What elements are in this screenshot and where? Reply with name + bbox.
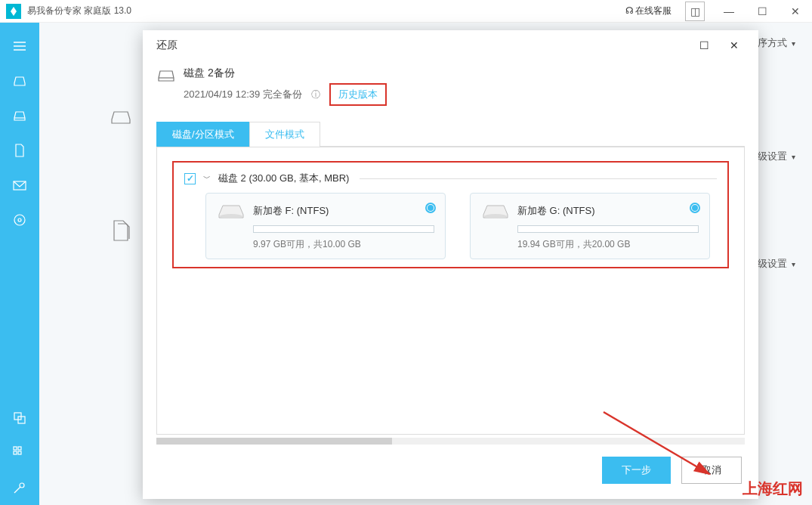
backup-info-text: 磁盘 2备份 2021/04/19 12:39 完全备份 ⓘ 历史版本 [184, 67, 387, 106]
dialog-maximize[interactable]: ☐ [689, 30, 719, 60]
sidebar-tools[interactable] [0, 435, 39, 470]
sidebar-settings[interactable] [0, 470, 39, 505]
sidebar-file-backup[interactable] [0, 133, 39, 168]
partition-f-head: 新加卷 F: (NTFS) [217, 201, 436, 221]
disk-group-label: 磁盘 2 (30.00 GB, 基本, MBR) [218, 172, 349, 185]
partition-g-radio[interactable] [690, 203, 700, 213]
history-versions-link[interactable]: 历史版本 [329, 83, 387, 106]
partition-f-name: 新加卷 F: (NTFS) [253, 204, 329, 218]
svg-rect-9 [14, 447, 17, 450]
headset-icon: ☊ [625, 5, 634, 16]
next-button[interactable]: 下一步 [602, 457, 671, 484]
title-bar: 易我备份专家 家庭版 13.0 ☊在线客服 ◫ — ☐ ✕ [0, 0, 812, 23]
partition-card-g[interactable]: 新加卷 G: (NTFS) 19.94 GB可用，共20.00 GB [470, 193, 710, 259]
highlight-box: ﹀ 磁盘 2 (30.00 GB, 基本, MBR) 新加卷 F: (NTFS) [172, 161, 729, 268]
tab-disk-mode[interactable]: 磁盘/分区模式 [156, 122, 250, 147]
dialog-footer: 下一步 取消 [143, 445, 758, 499]
svg-point-16 [484, 214, 507, 218]
partition-f-radio[interactable] [425, 203, 436, 213]
sidebar-mail-backup[interactable] [0, 168, 39, 203]
volume-icon [481, 201, 510, 221]
svg-point-5 [14, 215, 25, 225]
chevron-down-icon[interactable]: ﹀ [203, 173, 211, 184]
sidebar-smart-backup[interactable] [0, 203, 39, 237]
partition-g-name: 新加卷 G: (NTFS) [517, 204, 595, 218]
app-icon [6, 4, 21, 19]
svg-point-15 [220, 214, 242, 218]
volume-icon [217, 201, 245, 221]
dialog-title: 还原 [152, 39, 689, 52]
main: ⇅ 排序方式 ▾ 高级设置 ▾ 高级设置 ▾ 还原 ☐ ✕ [0, 23, 812, 505]
titlebar-right: ☊在线客服 ◫ — ☐ ✕ [621, 0, 812, 22]
gift-button[interactable]: ◫ [685, 2, 705, 21]
bg-file-icon-2 [106, 215, 136, 246]
backup-info: 磁盘 2备份 2021/04/19 12:39 完全备份 ⓘ 历史版本 [143, 60, 758, 121]
scrollbar-thumb[interactable] [156, 438, 392, 445]
support-link[interactable]: ☊在线客服 [621, 2, 676, 20]
horizontal-scrollbar[interactable] [156, 438, 745, 445]
partition-f-bar [253, 225, 434, 233]
partition-card-f[interactable]: 新加卷 F: (NTFS) 9.97 GB可用，共10.00 GB [205, 193, 446, 259]
svg-rect-10 [18, 447, 21, 450]
divider [360, 178, 717, 179]
partition-f-usage: 9.97 GB可用，共10.00 GB [253, 238, 436, 251]
svg-point-6 [18, 218, 21, 222]
cancel-button[interactable]: 取消 [681, 457, 742, 484]
dialog-close[interactable]: ✕ [719, 30, 749, 60]
info-icon[interactable]: ⓘ [311, 88, 320, 101]
content-area: ⇅ 排序方式 ▾ 高级设置 ▾ 高级设置 ▾ 还原 ☐ ✕ [39, 23, 812, 505]
svg-rect-11 [14, 451, 17, 454]
partitions: 新加卷 F: (NTFS) 9.97 GB可用，共10.00 GB [205, 193, 717, 259]
sidebar [0, 23, 39, 505]
backup-meta: 2021/04/19 12:39 完全备份 ⓘ 历史版本 [184, 83, 387, 106]
disk-panel: ﹀ 磁盘 2 (30.00 GB, 基本, MBR) 新加卷 F: (NTFS) [156, 147, 745, 435]
tab-file-mode[interactable]: 文件模式 [249, 122, 320, 147]
svg-rect-12 [18, 451, 21, 454]
sidebar-system-backup[interactable] [0, 98, 39, 133]
app-title: 易我备份专家 家庭版 13.0 [27, 5, 621, 17]
support-text: 在线客服 [635, 5, 672, 16]
maximize-button[interactable]: ☐ [746, 0, 779, 23]
watermark: 上海红网 [743, 479, 803, 499]
bg-disk-icon-1 [106, 102, 136, 132]
close-button[interactable]: ✕ [779, 0, 812, 23]
disk-group-checkbox[interactable] [184, 173, 196, 184]
partition-g-bar [517, 225, 699, 233]
partition-g-head: 新加卷 G: (NTFS) [481, 201, 700, 221]
restore-dialog: 还原 ☐ ✕ 磁盘 2备份 2021/04/19 12:39 完全备份 ⓘ 历史… [143, 30, 758, 499]
disk-icon [156, 68, 176, 83]
partition-g-usage: 19.94 GB可用，共20.00 GB [517, 238, 700, 251]
minimize-button[interactable]: — [712, 0, 746, 23]
sidebar-clone[interactable] [0, 401, 39, 435]
backup-time: 2021/04/19 12:39 完全备份 [184, 88, 302, 101]
disk-group-header: ﹀ 磁盘 2 (30.00 GB, 基本, MBR) [184, 172, 717, 185]
sidebar-menu[interactable] [0, 29, 39, 64]
dialog-header: 还原 ☐ ✕ [143, 30, 758, 60]
sidebar-disk-backup[interactable] [0, 64, 39, 98]
backup-name: 磁盘 2备份 [184, 67, 387, 80]
mode-tabs: 磁盘/分区模式 文件模式 [156, 121, 745, 147]
